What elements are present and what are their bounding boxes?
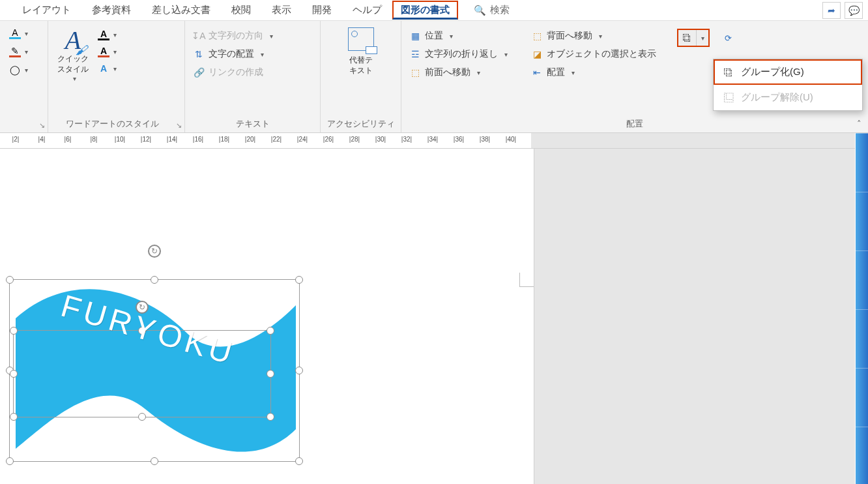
text-align-icon: ⇅ [193,48,205,60]
send-backward-icon: ⬚ [531,30,543,42]
rotate-button[interactable]: ⟳ [719,29,737,47]
menu-group[interactable]: ⿻ グループ化(G) [714,59,862,85]
quick-style-button[interactable]: A🖌 クイック スタイル ▾ [53,25,93,86]
tab-references[interactable]: 参考資料 [81,0,141,20]
position-icon: ▦ [409,30,421,42]
search-icon: 🔍 [474,5,486,16]
tab-layout[interactable]: レイアウト [12,0,81,20]
search-label: 検索 [490,4,510,16]
text-align-button[interactable]: ⇅ 文字の配置 ▾ [190,47,276,61]
wordart-outline-icon: A [98,46,109,57]
position-button[interactable]: ▦ 位置▾ [407,29,510,43]
align-icon: ⇤ [531,67,543,78]
accessibility-group-label: アクセシビリティ [321,116,401,132]
wordart-fill-button[interactable]: A▾ [98,29,117,40]
alt-text-button[interactable]: 代替テ キスト [344,25,378,78]
tab-mailings[interactable]: 差し込み文書 [141,0,221,20]
wordart-outline-button[interactable]: A▾ [98,46,117,57]
wordart-effects-button[interactable]: A▾ [98,63,117,74]
create-link-button[interactable]: 🔗 リンクの作成 [190,65,276,80]
search-box[interactable]: 🔍 検索 [474,4,510,16]
bring-forward-icon: ⬚ [409,67,421,78]
text-direction-button[interactable]: ↧A 文字列の方向 ▾ [190,29,276,43]
bring-forward-label: 前面へ移動 [425,67,470,78]
horizontal-ruler[interactable]: |2||4||6||8||10||12||14||16||18||20||22|… [0,133,868,149]
send-backward-button[interactable]: ⬚ 背面へ移動▾ [528,29,659,43]
text-fill-icon: A [9,27,21,39]
rotate-icon: ⟳ [725,33,732,43]
wordart-group-label: ワードアートのスタイル [48,116,176,132]
arrange-group-label: 配置 [401,116,868,132]
selection-pane-icon: ◪ [531,48,543,60]
selection-pane-button[interactable]: ◪ オブジェクトの選択と表示 [528,47,659,61]
comment-icon: 💬 [848,5,860,16]
wordart-effects-icon: A [98,63,109,74]
alt-text-label: 代替テ キスト [349,55,373,76]
group-icon: ⿻ [683,33,691,43]
group-dropdown-menu: ⿻ グループ化(G) ⿺ グループ解除(U) [713,59,863,111]
ribbon-tabs: レイアウト 参考資料 差し込み文書 校閲 表示 開発 ヘルプ 図形の書式 🔍 検… [0,0,868,21]
menu-group-label: グループ化(G) [741,66,804,78]
tab-developer[interactable]: 開発 [302,0,342,20]
bring-forward-button[interactable]: ⬚ 前面へ移動▾ [407,65,510,80]
share-button[interactable]: ➦ [822,2,841,19]
page-corner-mark [519,273,534,287]
text-effects-icon: ◯ [9,64,21,76]
group-dropdown-arrow[interactable]: ▾ [697,30,708,46]
selection-pane-label: オブジェクトの選択と表示 [547,48,656,60]
chevron-down-icon: ▾ [73,74,76,83]
wrap-icon: ☲ [409,48,421,60]
link-icon: 🔗 [193,67,205,78]
create-link-label: リンクの作成 [209,67,263,78]
text-outline-icon: ✎ [9,46,21,57]
text-outline-button[interactable]: ✎▾ [9,46,28,57]
text-direction-label: 文字列の方向 [209,30,263,42]
menu-ungroup: ⿺ グループ解除(U) [714,85,862,110]
ungroup-icon: ⿺ [723,92,734,104]
ribbon: A▾ ✎▾ ◯▾ ↘ A🖌 クイック スタイ [0,21,868,133]
position-label: 位置 [425,30,443,42]
text-direction-icon: ↧A [193,30,205,42]
send-backward-label: 背面へ移動 [547,30,592,42]
windows-taskbar-sliver [855,133,868,484]
wordart-launcher-icon[interactable]: ↘ [176,121,184,132]
text-align-label: 文字の配置 [209,48,254,60]
text-group-label: テキスト [185,116,320,132]
wrap-label: 文字列の折り返し [425,48,498,60]
comments-button[interactable]: 💬 [845,2,863,19]
group-icon: ⿻ [723,67,734,78]
tab-shape-format[interactable]: 図形の書式 [392,1,458,20]
align-label: 配置 [547,67,565,78]
wordart-fill-icon: A [98,29,109,40]
text-fill-button[interactable]: A▾ [9,27,28,39]
tab-view[interactable]: 表示 [261,0,302,20]
page[interactable]: ↻ ↻ FURYOKU [0,149,534,484]
align-button[interactable]: ⇤ 配置▾ [528,65,659,80]
group-objects-button[interactable]: ⿻ ▾ [677,29,710,47]
tab-review[interactable]: 校閲 [221,0,261,20]
wrap-text-button[interactable]: ☲ 文字列の折り返し▾ [407,47,510,61]
menu-ungroup-label: グループ解除(U) [741,91,813,104]
rotate-handle[interactable]: ↻ [148,245,161,258]
group-launcher-icon[interactable]: ↘ [0,121,48,132]
document-area: ↻ ↻ FURYOKU [0,149,868,484]
collapse-ribbon-button[interactable]: ˄ [857,119,861,129]
tab-help[interactable]: ヘルプ [342,0,392,20]
share-icon: ➦ [828,5,835,16]
text-effects-button[interactable]: ◯▾ [9,64,28,76]
